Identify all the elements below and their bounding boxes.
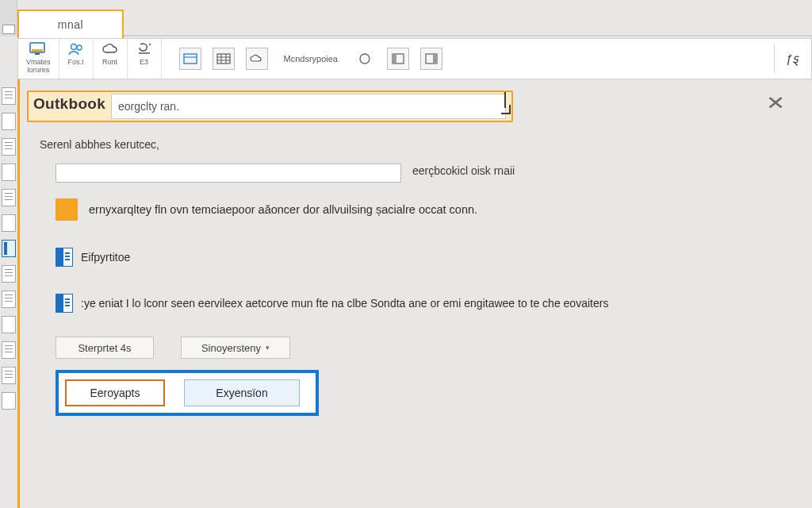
ribbon-more-group: Mcndsrypoiea bbox=[168, 39, 454, 79]
rail-item-active[interactable] bbox=[2, 240, 16, 257]
ribbon-more-label[interactable]: Mcndsrypoiea bbox=[279, 54, 343, 64]
separator bbox=[774, 44, 775, 73]
option-text: ernyxarqltey fln ovn temciaepoor aăoncer… bbox=[89, 203, 477, 216]
option-receive[interactable]: :ye eniat I lo lconr seen eervileex aetc… bbox=[56, 294, 608, 313]
encrypt-button[interactable]: Eeroyapts bbox=[65, 379, 165, 406]
rail-item[interactable] bbox=[2, 367, 16, 384]
show-button[interactable]: Sinoyersteny ▾ bbox=[181, 337, 290, 359]
checkbox-filled-icon[interactable] bbox=[56, 198, 78, 221]
ribbon-label: Vmates bbox=[26, 58, 51, 66]
rail-item[interactable] bbox=[2, 316, 16, 333]
rail-item[interactable] bbox=[2, 189, 16, 206]
monitor-icon bbox=[29, 42, 47, 56]
ribbon-sublabel: Iorores bbox=[27, 66, 49, 74]
button-label: Exyensïon bbox=[216, 387, 267, 399]
svg-rect-7 bbox=[217, 54, 230, 64]
document-icon bbox=[56, 294, 73, 313]
ribbon-right-text[interactable]: ƒȿ bbox=[786, 52, 799, 66]
ribbon-group-0[interactable]: Vmates Iorores bbox=[18, 39, 59, 79]
quick-access-strip bbox=[0, 0, 17, 37]
svg-rect-1 bbox=[32, 49, 43, 52]
document-icon bbox=[56, 248, 73, 267]
close-button[interactable]: ✕ bbox=[766, 92, 785, 114]
svg-point-12 bbox=[360, 54, 370, 64]
ribbon-tab-label: mnal bbox=[58, 18, 83, 31]
script-button[interactable]: Sterprtet 4s bbox=[56, 337, 154, 359]
rail-item[interactable] bbox=[2, 265, 16, 283]
nav-rail bbox=[0, 79, 17, 508]
button-label: Sinoyersteny bbox=[201, 342, 261, 354]
ribbon-tab-mail[interactable]: mnal bbox=[17, 10, 124, 38]
cloud-small-icon[interactable] bbox=[246, 48, 268, 70]
rail-item[interactable] bbox=[2, 341, 16, 359]
button-label: Eeroyapts bbox=[90, 387, 140, 399]
window-icon[interactable] bbox=[179, 48, 201, 70]
dialog-title: Outkbook bbox=[33, 95, 105, 113]
option-encrypt[interactable]: Eifpyrtitoe bbox=[56, 248, 130, 267]
svg-point-3 bbox=[71, 44, 76, 50]
ribbon-group-1[interactable]: Fos.t bbox=[59, 39, 94, 79]
intro-text: Serenl abbhes kerutcec, bbox=[40, 138, 159, 151]
option-label: Eifpyrtitoe bbox=[81, 251, 130, 264]
rail-item[interactable] bbox=[2, 113, 16, 130]
quick-access-icon[interactable] bbox=[2, 25, 15, 34]
circle-icon[interactable] bbox=[354, 48, 376, 70]
svg-rect-14 bbox=[393, 54, 396, 64]
svg-rect-2 bbox=[35, 53, 40, 55]
accent-rule bbox=[17, 79, 20, 508]
option-label: :ye eniat I lo lconr seen eervileex aetc… bbox=[81, 297, 608, 310]
ribbon-sublabel: Ront bbox=[102, 58, 117, 66]
chevron-down-icon: ▾ bbox=[266, 344, 270, 352]
panel-left-icon[interactable] bbox=[387, 48, 409, 70]
account-input-label: eerçbcokicl oisk rnaii bbox=[412, 164, 515, 177]
titlebar: mnal bbox=[0, 0, 812, 37]
search-text: eorgclty ran. bbox=[118, 100, 499, 113]
ribbon-sublabel: Fos.t bbox=[68, 58, 84, 66]
rail-item[interactable] bbox=[2, 214, 16, 232]
option-row-primary: ernyxarqltey fln ovn temciaepoor aăoncer… bbox=[56, 198, 477, 221]
dialog-search-field[interactable]: eorgclty ran. bbox=[111, 94, 506, 119]
ribbon-group-3[interactable]: E3 bbox=[128, 39, 162, 79]
panel-right-icon[interactable] bbox=[420, 48, 442, 70]
ribbon: Vmates Iorores Fos.t Ront E3 Mcndsrypoie… bbox=[17, 38, 812, 79]
rail-item[interactable] bbox=[2, 87, 16, 105]
svg-rect-16 bbox=[433, 54, 437, 64]
ribbon-right: ƒȿ bbox=[761, 39, 811, 79]
svg-point-4 bbox=[77, 45, 82, 50]
stamp-icon bbox=[136, 42, 153, 56]
account-input[interactable] bbox=[56, 164, 401, 183]
button-label: Sterprtet 4s bbox=[78, 342, 131, 354]
primary-button-group: Eeroyapts Exyensïon bbox=[56, 370, 319, 416]
rail-item[interactable] bbox=[2, 392, 16, 410]
ribbon-sublabel: E3 bbox=[140, 58, 148, 66]
rail-item[interactable] bbox=[2, 164, 16, 181]
rail-item[interactable] bbox=[2, 291, 16, 308]
cloud-icon bbox=[102, 42, 119, 56]
ribbon-group-2[interactable]: Ront bbox=[94, 39, 128, 79]
text-cursor-hook-icon bbox=[501, 105, 511, 114]
svg-rect-5 bbox=[184, 54, 197, 64]
grid-icon[interactable] bbox=[213, 48, 235, 70]
extension-button[interactable]: Exyensïon bbox=[184, 379, 300, 406]
rail-item[interactable] bbox=[2, 138, 16, 156]
people-icon bbox=[67, 42, 85, 56]
